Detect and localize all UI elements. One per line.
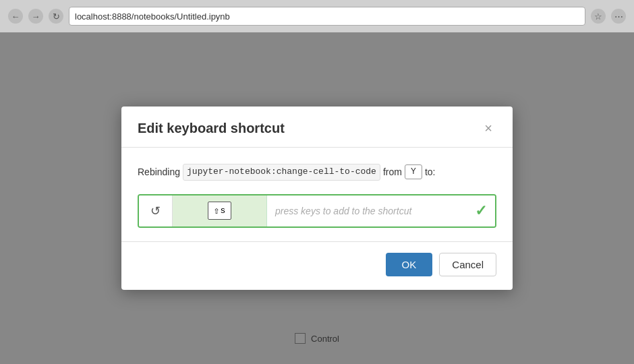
rebinding-current-key: Y xyxy=(405,164,422,179)
back-button[interactable]: ← xyxy=(8,9,23,24)
rebinding-description: Rebinding jupyter-notebook:change-cell-t… xyxy=(138,164,496,181)
modal-header: Edit keyboard shortcut × xyxy=(121,107,513,148)
bookmark-button[interactable]: ☆ xyxy=(591,9,606,24)
modal-dialog: Edit keyboard shortcut × Rebinding jupyt… xyxy=(121,107,513,290)
rebinding-prefix: Rebinding xyxy=(138,164,180,179)
shortcut-row: ↺ ⇧ s press keys to add to the shortcut … xyxy=(138,194,496,228)
reset-icon: ↺ xyxy=(150,204,161,218)
shortcut-current-combo: ⇧ s xyxy=(173,195,267,226)
shift-s-combo: ⇧ s xyxy=(208,202,232,220)
checkmark-icon: ✓ xyxy=(475,202,487,220)
shift-icon: ⇧ xyxy=(214,204,220,217)
browser-bar: ← → ↻ localhost:8888/notebooks/Untitled.… xyxy=(0,0,634,32)
forward-button[interactable]: → xyxy=(28,9,43,24)
rebinding-from: from xyxy=(383,164,402,179)
modal-title: Edit keyboard shortcut xyxy=(138,121,285,136)
ok-button[interactable]: OK xyxy=(386,253,433,276)
rebinding-command: jupyter-notebook:change-cell-to-code xyxy=(183,164,380,181)
shortcut-placeholder: press keys to add to the shortcut xyxy=(275,206,411,216)
refresh-button[interactable]: ↻ xyxy=(49,9,63,24)
address-bar[interactable]: localhost:8888/notebooks/Untitled.ipynb xyxy=(69,7,585,26)
modal-overlay: Edit keyboard shortcut × Rebinding jupyt… xyxy=(0,32,634,364)
rebinding-to: to: xyxy=(425,164,436,179)
address-text: localhost:8888/notebooks/Untitled.ipynb xyxy=(75,11,230,22)
page-content: Control Edit keyboard shortcut × Rebindi… xyxy=(0,32,634,364)
cancel-button[interactable]: Cancel xyxy=(439,253,496,276)
menu-button[interactable]: ⋯ xyxy=(611,9,626,24)
s-key: s xyxy=(221,206,226,216)
shortcut-reset-button[interactable]: ↺ xyxy=(139,195,173,226)
modal-close-button[interactable]: × xyxy=(480,120,496,136)
shortcut-input-area[interactable]: press keys to add to the shortcut ✓ xyxy=(267,195,495,226)
modal-body: Rebinding jupyter-notebook:change-cell-t… xyxy=(121,148,513,241)
modal-footer: OK Cancel xyxy=(121,241,513,290)
